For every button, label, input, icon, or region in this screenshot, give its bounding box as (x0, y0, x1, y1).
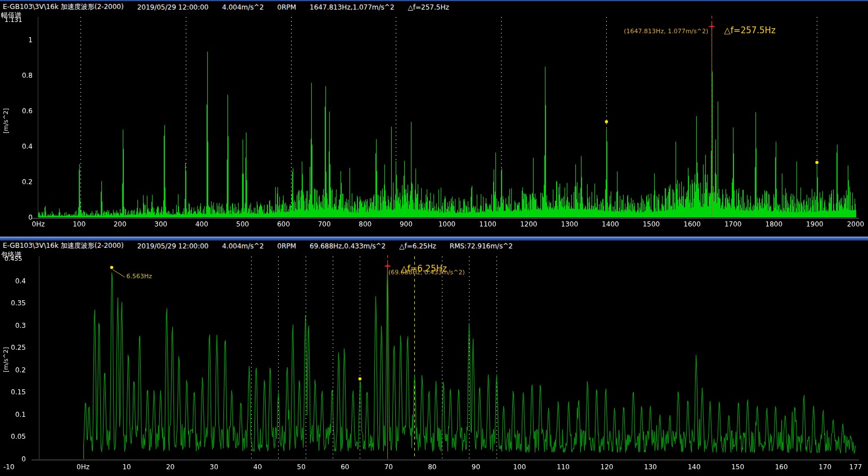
overall-value-top: 4.004m/s^2 (222, 3, 264, 11)
y-tick-label: 0.1 (0, 411, 26, 419)
rpm-value-bottom: 0RPM (278, 242, 297, 250)
envelope-chart-header: E-GB103\3V\16k 加速度波形(2-2000) 2019/05/29 … (0, 241, 513, 251)
x-tick-label: 140 (677, 463, 711, 471)
x-tick-label: 120 (590, 463, 624, 471)
x-tick-label: 177 (839, 463, 868, 471)
x-tick-label: 1500 (634, 220, 668, 228)
delta-f-readout-bottom: △f=6.25Hz (399, 242, 436, 250)
x-tick-label: 400 (185, 220, 218, 228)
x-tick-label: 130 (634, 463, 668, 471)
x-tick-label: 160 (764, 463, 798, 471)
overall-value-bottom: 4.004m/s^2 (222, 242, 264, 250)
cursor-readout-bottom: 69.688Hz,0.433m/s^2 (310, 242, 386, 250)
x-tick-label: 100 (62, 220, 96, 228)
delta-annotation-bottom: △f=6.25Hz (401, 264, 447, 274)
cursor-readout-top: 1647.813Hz,1.077m/s^2 (310, 3, 394, 11)
x-tick-label: 100 (503, 463, 536, 471)
y-tick-label: 0.3 (0, 322, 26, 330)
x-tick-label: 0Hz (66, 463, 100, 471)
y-max-value-bottom: 0.455 (5, 255, 23, 263)
x-tick-label: 600 (267, 220, 301, 228)
y-tick-label: 0.4 (5, 143, 33, 150)
y-tick-label: 0.4 (0, 277, 26, 285)
amplitude-spectrum-plot[interactable] (0, 12, 868, 237)
amplitude-chart-header: E-GB103\3V\16k 加速度波形(2-2000) 2019/05/29 … (0, 2, 449, 12)
y-tick-label: 0.15 (0, 388, 26, 396)
x-tick-label: 60 (328, 463, 362, 471)
x-tick-label: 1300 (553, 220, 587, 228)
y-tick-label: 0.2 (0, 366, 26, 374)
x-tick-label: 1100 (471, 220, 505, 228)
x-tick-label: 1400 (593, 220, 627, 228)
x-tick-label: 80 (415, 463, 449, 471)
y-tick-label: 0.05 (0, 433, 26, 441)
y-tick-label: 1 (5, 36, 33, 44)
channel-title-bottom: E-GB103\3V\16k 加速度波形(2-2000) (3, 241, 124, 251)
y-tick-label: 0.8 (5, 72, 33, 79)
x-tick-label: 2000 (839, 220, 868, 228)
y-tick-label: 0 (0, 455, 26, 463)
x-tick-label: 200 (103, 220, 137, 228)
x-tick-label: 10 (110, 463, 144, 471)
y-tick-label: 0.2 (5, 178, 33, 186)
x-tick-label: 300 (144, 220, 178, 228)
window-top-border (0, 0, 868, 1)
delta-annotation-top: △f=257.5Hz (724, 25, 775, 35)
x-tick-label: 30 (197, 463, 231, 471)
x-tick-label: 1000 (430, 220, 464, 228)
x-tick-label: 800 (348, 220, 382, 228)
peak-frequency-annotation: 6.563Hz (126, 273, 152, 280)
y-max-value-top: 1.131 (5, 16, 23, 24)
datetime-bottom: 2019/05/29 12:00:00 (137, 242, 209, 250)
y-tick-label: 0.35 (0, 299, 26, 307)
x-tick-label: 70 (372, 463, 405, 471)
x-tick-label: 50 (284, 463, 318, 471)
x-tick-label: 900 (389, 220, 423, 228)
x-tick-label: 170 (808, 463, 842, 471)
datetime-top: 2019/05/29 12:00:00 (137, 3, 209, 11)
delta-f-readout-top: △f=257.5Hz (408, 3, 449, 11)
y-tick-label: 0 (5, 213, 33, 221)
x-tick-label: 500 (226, 220, 259, 228)
x-tick-label: -10 (3, 463, 26, 471)
x-tick-label: 110 (546, 463, 580, 471)
vibration-spectrum-analyzer-window: E-GB103\3V\16k 加速度波形(2-2000) 2019/05/29 … (0, 0, 868, 476)
x-tick-label: 0Hz (21, 220, 55, 228)
cursor-annotation-top: (1647.813Hz, 1.077m/s^2) (615, 28, 708, 35)
x-tick-label: 1600 (675, 220, 709, 228)
x-tick-label: 150 (721, 463, 755, 471)
rms-readout-bottom: RMS:72.916m/s^2 (450, 242, 513, 250)
x-tick-label: 1200 (512, 220, 545, 228)
envelope-spectrum-plot[interactable] (0, 251, 868, 476)
y-tick-label: 0.6 (5, 107, 33, 115)
x-tick-label: 1700 (716, 220, 750, 228)
x-tick-label: 90 (459, 463, 493, 471)
x-tick-label: 1800 (757, 220, 791, 228)
x-tick-label: 40 (241, 463, 275, 471)
rpm-value-top: 0RPM (278, 3, 297, 11)
x-tick-label: 1900 (798, 220, 831, 228)
pane-splitter[interactable] (0, 237, 868, 241)
y-tick-label: 0.25 (0, 344, 26, 352)
x-tick-label: 20 (154, 463, 187, 471)
x-tick-label: 700 (307, 220, 341, 228)
